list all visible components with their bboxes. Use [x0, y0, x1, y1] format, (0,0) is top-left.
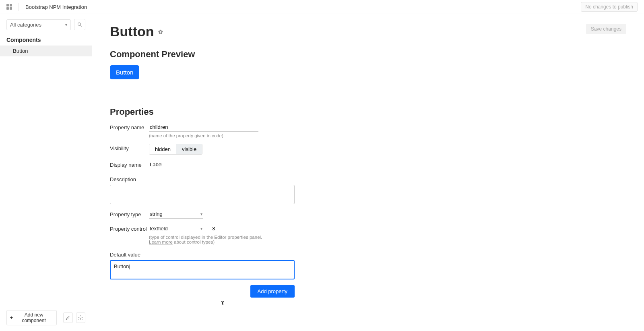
add-component-button[interactable]: + Add new component — [6, 310, 57, 325]
category-select-label: All categories — [10, 22, 41, 28]
property-control-hint: (type of control displayed in the Editor… — [149, 235, 262, 244]
description-input[interactable] — [110, 185, 295, 204]
save-changes-button[interactable]: Save changes — [586, 24, 626, 34]
chevron-down-icon: ▾ — [200, 226, 202, 231]
chevron-down-icon: ▾ — [200, 212, 202, 216]
property-control-label: Property control — [110, 224, 149, 232]
gear-icon — [78, 315, 83, 321]
page-title: Button ✿ — [110, 24, 163, 39]
learn-more-link[interactable]: Learn more — [149, 240, 173, 244]
property-control-select[interactable]: textfield ▾ — [149, 224, 203, 233]
project-title: Bootstrap NPM Integration — [25, 4, 87, 10]
property-type-value: string — [150, 211, 163, 217]
preview-heading: Component Preview — [110, 49, 626, 60]
properties-heading: Properties — [110, 107, 626, 117]
main-content: Button ✿ Save changes Component Preview … — [92, 14, 644, 331]
property-type-select[interactable]: string ▾ — [149, 210, 203, 219]
hint-prefix: (type of control displayed in the Editor… — [149, 235, 262, 240]
cursor-icon — [220, 299, 225, 307]
default-value-text: Button — [114, 263, 130, 269]
display-name-label: Display name — [110, 160, 149, 168]
search-icon — [77, 22, 83, 27]
sidebar: All categories ▾ Components Button + Add… — [0, 14, 92, 331]
top-bar: Bootstrap NPM Integration No changes to … — [0, 0, 644, 14]
preview-button[interactable]: Button — [110, 65, 139, 79]
title-gear-icon[interactable]: ✿ — [158, 29, 163, 35]
property-control-rows-input[interactable] — [211, 224, 252, 233]
apps-icon[interactable] — [6, 4, 12, 10]
default-value-label: Default value — [110, 250, 140, 258]
property-name-hint: (name of the property given in code) — [149, 133, 258, 138]
default-value-input[interactable]: Button — [110, 260, 295, 279]
property-name-input[interactable] — [149, 123, 258, 132]
publish-button[interactable]: No changes to publish — [581, 2, 638, 12]
settings-button[interactable] — [76, 312, 85, 323]
svg-line-1 — [80, 25, 82, 27]
chevron-down-icon: ▾ — [65, 23, 67, 27]
property-control-value: textfield — [150, 225, 168, 232]
sidebar-section-components: Components — [0, 33, 92, 46]
property-type-label: Property type — [110, 210, 149, 217]
visibility-hidden-button[interactable]: hidden — [149, 144, 176, 154]
sidebar-item-button[interactable]: Button — [0, 46, 92, 56]
page-title-text: Button — [110, 24, 154, 39]
category-select[interactable]: All categories ▾ — [6, 19, 71, 30]
divider — [19, 3, 19, 11]
plus-icon: + — [10, 315, 13, 321]
add-component-label: Add new component — [14, 312, 53, 323]
pencil-icon — [65, 315, 71, 321]
search-button[interactable] — [74, 19, 85, 30]
pointer-icon — [220, 299, 225, 306]
add-property-button[interactable]: Add property — [250, 285, 295, 298]
visibility-label: Visibility — [110, 144, 149, 151]
edit-button[interactable] — [63, 312, 72, 323]
display-name-input[interactable] — [149, 160, 258, 169]
property-name-label: Property name — [110, 123, 149, 130]
description-label: Description — [110, 175, 136, 182]
svg-point-0 — [78, 23, 80, 25]
hint-suffix: about control types) — [173, 240, 215, 244]
top-bar-left: Bootstrap NPM Integration — [6, 3, 87, 11]
visibility-toggle: hidden visible — [149, 144, 202, 155]
visibility-visible-button[interactable]: visible — [176, 144, 202, 154]
svg-point-2 — [80, 317, 82, 319]
